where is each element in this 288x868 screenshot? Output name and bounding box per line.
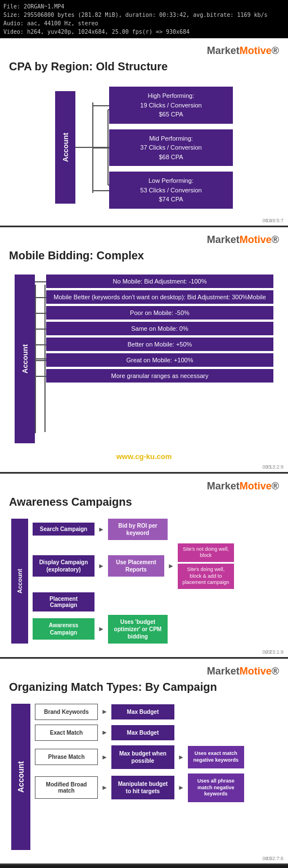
mobile-account-bar: Account (15, 275, 35, 443)
m-arrow-4: ► (101, 784, 108, 791)
m-phrase-neg-kw: Uses all phrase match negative keywords (188, 773, 244, 802)
cpa-box-high: High Performing:19 Clicks / Conversion$6… (109, 87, 233, 124)
logo-3: MarketMotive® (9, 480, 279, 492)
m-max-budget-2: Max Budget (111, 725, 174, 740)
video-info-bar: File: 2ORGAN~1.MP4 Size: 295506800 bytes… (0, 0, 288, 38)
awareness-row-2: Display Campaign (exploratory) ► Use Pla… (33, 543, 277, 589)
mobile-item-4: Better on Mobile: +50% (46, 338, 273, 351)
video-info-line2: Size: 295506800 bytes (281.82 MiB), dura… (3, 11, 285, 19)
aw-search-campaign: Search Campaign (33, 523, 94, 536)
slide-1: MarketMotive® CPA by Region: Old Structu… (0, 38, 288, 227)
match-diagram: Account Brand Keywords ► Max Budget Exac… (9, 701, 279, 852)
awareness-rows: Search Campaign ► Bid by ROI per keyword… (28, 519, 277, 644)
awareness-account-label: Account (16, 569, 23, 593)
mobile-diagram: Account No Mobile: Bid Adjustment: -100%… (9, 270, 279, 448)
match-account-label: Account (16, 761, 25, 793)
match-account-bar: Account (11, 704, 30, 850)
m-max-budget-1: Max Budget (111, 704, 174, 719)
aw-site-block: Site's not doing well, block (178, 543, 234, 562)
mobile-item-0: No Mobile: Bid Adjustment: -100% (46, 275, 273, 288)
awareness-row-1: Search Campaign ► Bid by ROI per keyword (33, 519, 277, 540)
match-row-2: Exact Match ► Max Budget (35, 725, 277, 741)
aw-site-add: Site's doing well, block & add to placem… (178, 564, 234, 589)
logo-text-1: MarketMotive® (207, 45, 279, 56)
m-phrase-match: Phrase Match (35, 749, 98, 765)
mobile-item-6: More granular ranges as necessary (46, 369, 273, 383)
m-brand-kw: Brand Keywords (35, 704, 98, 720)
mobile-items-list: No Mobile: Bid Adjustment: -100% Mobile … (46, 275, 273, 443)
aw-arrow-3: ► (168, 562, 174, 570)
match-row-3: Phrase Match ► Max budget when possible … (35, 745, 277, 769)
slide-4: MarketMotive® Organizing Match Types: By… (0, 659, 288, 865)
logo-4: MarketMotive® (9, 665, 279, 677)
aw-placement-reports: Use Placement Reports (108, 555, 164, 577)
mobile-item-2: Poor on Mobile: -50% (46, 306, 273, 320)
watermark: www.cg-ku.com (9, 452, 279, 461)
slide4-title: Organizing Match Types: By Campaign (9, 681, 279, 694)
m-manipulate-budget: Manipulate budget to hit targets (111, 776, 174, 799)
aw-bid-roi: Bid by ROI per keyword (108, 519, 168, 540)
m-arrow-2: ► (101, 728, 108, 736)
logo-text-2: MarketMotive® (207, 234, 279, 245)
aw-arrow-4: ► (98, 625, 105, 633)
cpa-box-low: Low Performing:53 Clicks / Conversion$74… (109, 172, 233, 209)
aw-budget-optimizer: Uses 'budget optimizer' or CPM bidding (108, 615, 168, 644)
video-info-line3: Audio: aac, 44100 Hz, stereo (3, 19, 285, 28)
logo-text-4: MarketMotive® (207, 665, 279, 677)
match-row-1: Brand Keywords ► Max Budget (35, 704, 277, 720)
awareness-diagram: Account Search Campaign ► Bid by ROI per… (9, 516, 279, 646)
mobile-item-3: Same on Mobile: 0% (46, 322, 273, 335)
video-info-line4: Video: h264, yuv420p, 1024x684, 25.00 fp… (3, 28, 285, 36)
aw-arrow-1: ► (98, 525, 105, 533)
cpa-diagram: Account High Performing:19 Clicks / Conv… (9, 81, 279, 214)
cpa-account-bar: Account (55, 91, 75, 204)
slide3-title: Awareness Campaigns (9, 496, 279, 509)
logo-text-3: MarketMotive® (207, 480, 279, 492)
mobile-connector-svg (35, 275, 46, 443)
match-row-4: Modified Broad match ► Manipulate budget… (35, 773, 277, 802)
slide-2: MarketMotive® Mobile Bidding: Complex Ac… (0, 227, 288, 474)
cpa-account-label: Account (61, 133, 70, 162)
logo-2: MarketMotive® (9, 234, 279, 246)
m-exact-neg-kw: Uses exact match negative keywords (188, 746, 244, 768)
m-max-budget-possible: Max budget when possible (111, 745, 174, 769)
m-arrow-3b: ► (178, 753, 184, 761)
slide-3: MarketMotive® Awareness Campaigns Accoun… (0, 474, 288, 659)
m-arrow-3: ► (101, 753, 108, 761)
slide1-timecode: 00:49:5:7 (262, 218, 284, 223)
cpa-box-mid: Mid Performing:37 Clicks / Conversion$68… (109, 129, 233, 167)
video-info-line1: File: 2ORGAN~1.MP4 (3, 2, 285, 11)
slide1-title: CPA by Region: Old Structure (9, 60, 279, 73)
m-arrow-1: ► (101, 708, 108, 716)
aw-display-campaign: Display Campaign (exploratory) (33, 555, 94, 577)
aw-placement-campaign: Placement Campaign (33, 592, 94, 611)
mobile-item-5: Great on Mobile: +100% (46, 353, 273, 367)
slide2-timecode: 00:13:2:9 (262, 464, 284, 470)
slide4-timecode: 00:32:7:6 (262, 856, 284, 861)
aw-awareness-campaign: Awareness Campaign (33, 618, 94, 640)
logo-1: MarketMotive® (9, 45, 279, 57)
aw-arrow-2: ► (98, 562, 105, 570)
m-modified-broad: Modified Broad match (35, 776, 98, 799)
awareness-row-3: Placement Campaign (33, 592, 277, 611)
m-exact-match: Exact Match (35, 725, 98, 741)
awareness-row-4: Awareness Campaign ► Uses 'budget optimi… (33, 615, 277, 644)
m-arrow-4b: ► (178, 784, 184, 791)
mobile-item-1: Mobile Better (keywords don't want on de… (46, 290, 273, 304)
match-rows: Brand Keywords ► Max Budget Exact Match … (30, 704, 277, 850)
mobile-account-label: Account (21, 344, 29, 374)
slide2-title: Mobile Bidding: Complex (9, 249, 279, 262)
slide3-timecode: 00:23:1:9 (262, 649, 284, 655)
awareness-account-bar: Account (11, 519, 28, 644)
cpa-boxes: High Performing:19 Clicks / Conversion$6… (109, 87, 233, 209)
aw-right-options: Site's not doing well, block Site's doin… (178, 543, 234, 589)
